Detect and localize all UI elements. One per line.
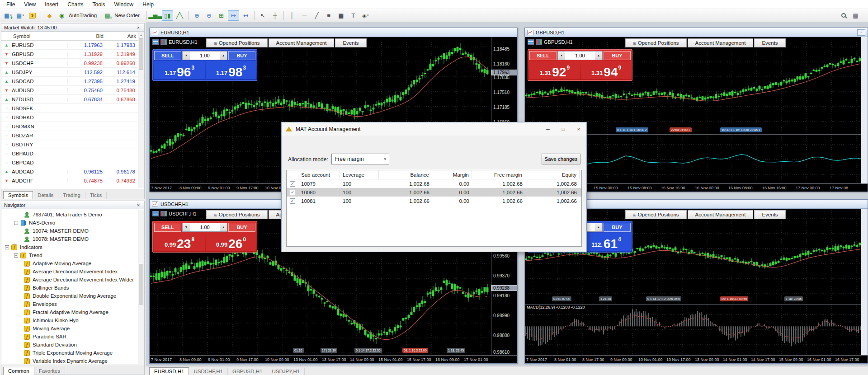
event-badge[interactable]: 01:10: [293, 348, 304, 353]
navigator-item-indicators[interactable]: −fIndicators: [1, 243, 144, 251]
market-watch-row-gbpcad[interactable]: ○GBPCAD: [1, 158, 144, 167]
navigator-item-double-exponential-moving-average[interactable]: fDouble Exponential Moving Average: [1, 292, 144, 300]
menu-view[interactable]: View: [19, 0, 40, 9]
allocation-mode-select[interactable]: Free margin ▾: [331, 154, 389, 164]
event-badge[interactable]: 01:10 07:00: [552, 296, 571, 301]
chart-button-events[interactable]: Events: [754, 38, 785, 47]
navigator-item-10078-master-demo[interactable]: 10078: MASTER DEMO: [1, 235, 144, 243]
chart-window-titlebar[interactable]: GBPUSD,H1▫: [525, 28, 868, 37]
account-row-10079[interactable]: ✓100791001,002.680.001,002.681,002.68: [287, 179, 581, 188]
navigator-item-standard-deviation[interactable]: fStandard Deviation: [1, 341, 144, 349]
trendline-icon[interactable]: ╱: [311, 10, 322, 21]
zoom-in-icon[interactable]: ⊕: [191, 10, 203, 21]
event-badge[interactable]: 1 21:30: [599, 296, 612, 301]
navigator-item-average-directional-movement-index[interactable]: fAverage Directional Movement Index: [1, 267, 144, 276]
event-badge[interactable]: 17 | 21:30: [321, 348, 337, 353]
chart-window-titlebar[interactable]: EURUSD,H1: [150, 28, 517, 37]
account-row-10080[interactable]: ✓100801001,002.660.001,002.661,002.66: [287, 188, 581, 197]
volume-up-icon[interactable]: ▴: [220, 223, 227, 231]
navigator-item-7637401-metatrader-5-demo[interactable]: 7637401: MetaTrader 5 Demo: [1, 211, 144, 219]
buy-price[interactable]: 0.99260: [206, 233, 256, 251]
volume-up-icon[interactable]: ▴: [595, 52, 602, 60]
chart-tab-usdjpy-h1[interactable]: USDJPY,H1: [267, 368, 305, 375]
chart-button-opened-positions[interactable]: ⊞ Opened Positions: [206, 210, 268, 219]
market-watch-row-usdsek[interactable]: ○USDSEK: [1, 104, 144, 113]
metaeditor-icon[interactable]: ◆: [44, 10, 55, 21]
maximize-icon[interactable]: □: [556, 124, 571, 135]
navigator-item-average-directional-movement-index-wilder[interactable]: fAverage Directional Movement Index Wild…: [1, 276, 144, 284]
navigator-item-triple-exponential-moving-average[interactable]: fTriple Exponential Moving Average: [1, 349, 144, 357]
chart-button-opened-positions[interactable]: ⊞ Opened Positions: [206, 38, 268, 47]
volume-stepper[interactable]: ▾1.00▴: [557, 51, 603, 60]
chart-button-account-management[interactable]: Account Management: [688, 210, 754, 219]
layout-icon[interactable]: ▤: [850, 10, 861, 21]
tab-favorites[interactable]: Favorites: [34, 367, 65, 375]
chart-button-account-management[interactable]: Account Management: [269, 38, 335, 47]
window-restore-icon[interactable]: ▫: [857, 29, 865, 36]
vertical-line-icon[interactable]: │: [287, 10, 298, 21]
event-badge[interactable]: 1 18: 22:45: [447, 348, 465, 353]
close-icon[interactable]: ×: [571, 124, 586, 135]
line-chart-icon[interactable]: ╱╲: [174, 10, 185, 21]
dialog-titlebar[interactable]: MAT Account Management ─ □ ×: [282, 122, 586, 136]
tab-trading[interactable]: Trading: [58, 192, 85, 199]
new-chart-icon[interactable]: ▦: [2, 10, 14, 21]
event-badge[interactable]: 22:00 01:00 2: [670, 127, 692, 132]
market-watch-row-usdhkd[interactable]: ○USDHKD: [1, 113, 144, 122]
market-depth-icon[interactable]: [528, 39, 534, 45]
checkbox[interactable]: ✓: [290, 181, 295, 187]
text-icon[interactable]: T: [348, 10, 359, 21]
market-watch-row-gbpaud[interactable]: ○GBPAUD: [1, 149, 144, 158]
close-icon[interactable]: ×: [135, 25, 142, 30]
chart-button-opened-positions[interactable]: ⊞ Opened Positions: [625, 210, 687, 219]
sell-price[interactable]: 0.99238: [154, 233, 205, 251]
navigator-item-ichimoku-kinko-hyo[interactable]: fIchimoku Kinko Hyo: [1, 316, 144, 324]
volume-up-icon[interactable]: ▴: [595, 223, 602, 231]
zoom-out-icon[interactable]: ⊖: [203, 10, 215, 21]
menu-window[interactable]: Window: [110, 0, 138, 9]
candlestick-chart-icon[interactable]: ▯▮: [162, 10, 173, 21]
collapse-icon[interactable]: −: [14, 253, 18, 258]
market-watch-row-usdjpy[interactable]: ▲USDJPY112.592112.614: [1, 68, 144, 77]
shapes-icon[interactable]: ◈: [360, 10, 371, 21]
buy-price[interactable]: 1.31949: [581, 61, 632, 79]
navigator-item-fractal-adaptive-moving-average[interactable]: fFractal Adaptive Moving Average: [1, 308, 144, 316]
navigator-item-nas-demo[interactable]: −NAS-Demo: [1, 219, 144, 227]
chart-shift-icon[interactable]: ↤: [240, 10, 251, 21]
buy-button[interactable]: BUY: [228, 51, 255, 60]
autoscroll-icon[interactable]: ↦: [228, 10, 239, 21]
market-watch-row-audchf[interactable]: ▼AUDCHF0.748750.74932: [1, 176, 144, 185]
sell-price[interactable]: 1.17963: [154, 61, 205, 79]
buy-price[interactable]: 112.614: [581, 233, 632, 251]
chart-type-icon[interactable]: [160, 39, 167, 45]
horizontal-line-icon[interactable]: ─: [299, 10, 310, 21]
market-depth-icon[interactable]: [152, 211, 159, 216]
buy-price[interactable]: 1.17983: [206, 61, 256, 79]
market-watch-row-gbpusd[interactable]: ▼GBPUSD1.319291.31949: [1, 50, 144, 59]
scroll-up-icon[interactable]: ▲: [138, 32, 144, 38]
market-watch-row-usdcad[interactable]: ▲USDCAD1.273951.27419: [1, 77, 144, 86]
volume-up-icon[interactable]: ▴: [220, 52, 227, 60]
volume-down-icon[interactable]: ▾: [558, 52, 565, 60]
market-watch-row-usdchf[interactable]: ▼USDCHF0.992380.99260: [1, 59, 144, 68]
menu-tools[interactable]: Tools: [88, 0, 110, 9]
chart-button-account-management[interactable]: Account Management: [688, 38, 754, 47]
navigator-item-bollinger-bands[interactable]: fBollinger Bands: [1, 284, 144, 292]
sell-button[interactable]: SELL: [529, 51, 557, 60]
chart-tab-eurusd-h1[interactable]: EURUSD,H1: [149, 367, 189, 375]
volume-value[interactable]: 1.00: [190, 52, 220, 60]
tile-windows-icon[interactable]: ⊞: [216, 10, 227, 21]
event-badge[interactable]: 0 1 14 17:3 2 00:5 05:0: [646, 296, 681, 301]
minimize-icon[interactable]: ─: [540, 124, 556, 135]
chart-button-events[interactable]: Events: [754, 210, 785, 219]
buy-button[interactable]: BUY: [228, 223, 255, 232]
save-changes-button[interactable]: Save changes: [542, 154, 580, 164]
bar-chart-icon[interactable]: ▂▅▃: [150, 10, 161, 21]
chart-button-events[interactable]: Events: [335, 38, 366, 47]
checkbox[interactable]: ✓: [290, 198, 295, 204]
tab-symbols[interactable]: Symbols: [3, 191, 33, 199]
navigator-item-moving-average[interactable]: fMoving Average: [1, 324, 144, 333]
navigator-item-adaptive-moving-average[interactable]: fAdaptive Moving Average: [1, 259, 144, 267]
buy-button[interactable]: BUY: [604, 51, 631, 60]
menu-insert[interactable]: Insert: [40, 0, 63, 9]
